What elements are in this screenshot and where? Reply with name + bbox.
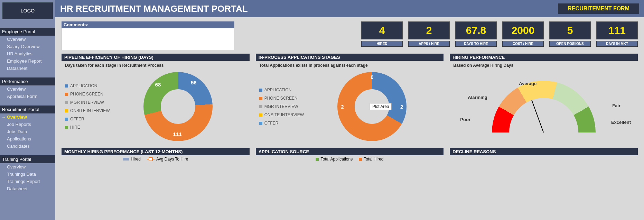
gauge-label-excellent: Excellent	[611, 120, 631, 125]
kpi-label: DAYS IN MKT	[596, 41, 638, 47]
kpi-label: APPS / HIRE	[408, 41, 450, 47]
legend-swatch	[259, 113, 262, 117]
legend-label: MGR INTERVIEW	[70, 100, 104, 105]
chart-legend: APPLICATION PHONE SCREEN MGR INTERVIEW O…	[259, 88, 304, 126]
legend-swatch	[65, 118, 68, 121]
kpi-label: COST / HIRE	[502, 41, 544, 47]
panel-header: HIRING PERFORMANCE	[450, 54, 638, 61]
legend-label: OFFER	[70, 117, 84, 121]
donut-chart[interactable]: 0 2 2 Plot Area	[304, 72, 440, 141]
kpi-value: 5	[549, 21, 591, 39]
data-label: 2	[341, 104, 344, 110]
chart-legend: Total Applications Total Hired	[256, 155, 444, 163]
kpi-value: 67.8	[455, 21, 497, 39]
recruitment-form-button[interactable]: RECURITEMENT FORM	[558, 3, 639, 14]
chart-legend: APPLICATION PHONE SCREEN MGR INTERVIEW O…	[65, 83, 110, 130]
nav-item-hr-analytics[interactable]: HR Analytics	[0, 50, 55, 57]
panel-decline: DECLINE REASONS	[450, 148, 638, 163]
legend-label: PHONE SCREEN	[70, 92, 103, 97]
page-title: HR RECRUITMENT MANAGEMENT PORTAL	[60, 3, 558, 14]
kpi-hired: 4HIRED	[361, 21, 403, 50]
panel-subtitle: Based on Average Hiring Days	[450, 61, 638, 68]
comments-box: Comments:	[62, 21, 234, 50]
nav-item-overview[interactable]: Overview	[0, 36, 55, 43]
legend-swatch	[123, 158, 129, 161]
panel-subtitle: Days taken for each stage in Recruitment…	[62, 61, 250, 68]
data-label: 68	[155, 82, 161, 88]
kpi-value: 2000	[502, 21, 544, 39]
panel-header: PIPELINE EFFICIENCY OF HIRING (DAYS)	[62, 54, 250, 61]
nav-item-job-reports[interactable]: Job Reports	[0, 121, 55, 128]
legend-swatch	[259, 97, 262, 100]
legend-swatch	[65, 126, 68, 129]
gauge-chart[interactable]: Poor Alarming Average Fair Excellent	[450, 68, 638, 145]
kpi-row: 4HIRED 2APPS / HIRE 67.8DAYS TO HIRE 200…	[241, 21, 638, 50]
kpi-days-mkt: 111DAYS IN MKT	[596, 21, 638, 50]
gauge-label-alarming: Alarming	[468, 95, 487, 100]
panel-appsource: APPLICATION SOURCE Total Applications To…	[256, 148, 444, 163]
data-label: 56	[191, 80, 197, 85]
legend-label: MGR INTERVIEW	[264, 104, 298, 109]
legend-label: HIRE	[70, 125, 80, 130]
nav-item-salary-overview[interactable]: Salary Overview	[0, 43, 55, 50]
data-label: 111	[173, 131, 182, 137]
legend-swatch	[259, 89, 262, 92]
data-label: 0	[371, 74, 373, 80]
kpi-cost-hire: 2000COST / HIRE	[502, 21, 544, 50]
panel-monthly: MONTHLY HIRING PERFORMANCE (LAST 12-MONT…	[62, 148, 250, 163]
nav-item-perf-overview[interactable]: Overview	[0, 85, 55, 93]
nav-header-performance: Performance	[0, 77, 55, 85]
kpi-days-hire: 67.8DAYS TO HIRE	[455, 21, 497, 50]
legend-swatch	[259, 122, 262, 125]
nav-item-trainings-report[interactable]: Trainings Report	[0, 178, 55, 185]
legend-label: Avg Days To Hire	[156, 157, 188, 162]
nav-item-appraisal-form[interactable]: Appraisal Form	[0, 93, 55, 100]
chart-legend: Hired Avg Days To Hire	[62, 155, 250, 163]
nav-item-applications[interactable]: Applications	[0, 135, 55, 143]
nav-item-candidates[interactable]: Candidates	[0, 143, 55, 150]
kpi-value: 4	[361, 21, 403, 39]
gauge-label-fair: Fair	[612, 103, 620, 108]
nav-item-train-overview[interactable]: Overview	[0, 163, 55, 171]
banner: HR RECRUITMENT MANAGEMENT PORTAL RECURIT…	[55, 0, 644, 17]
legend-label: OFFER	[264, 121, 279, 126]
nav-header-recruitment: Recruitment Portal	[0, 106, 55, 113]
panel-header: IN-PROCESS APPLICATIONS STAGES	[256, 54, 444, 61]
legend-line-icon	[147, 159, 155, 159]
legend-swatch	[259, 105, 262, 108]
sidebar: LOGO Employee Portal Overview Salary Ove…	[0, 0, 55, 220]
gauge-label-average: Average	[519, 81, 536, 86]
nav-item-jobs-data[interactable]: Jobs Data	[0, 128, 55, 135]
kpi-label: HIRED	[361, 41, 403, 47]
nav-item-trainings-data[interactable]: Trainings Data	[0, 171, 55, 178]
panel-inprocess: IN-PROCESS APPLICATIONS STAGES Total App…	[256, 54, 444, 145]
comments-input[interactable]	[62, 28, 234, 50]
nav-item-train-datasheet[interactable]: Datasheet	[0, 185, 55, 192]
nav-item-employee-report[interactable]: Employee Report	[0, 57, 55, 65]
nav-item-recr-overview[interactable]: Overview	[0, 113, 55, 121]
donut-chart[interactable]: 56 111 68	[110, 72, 246, 141]
legend-label: Total Hired	[364, 157, 383, 162]
legend-swatch	[359, 158, 362, 161]
legend-swatch	[316, 158, 319, 161]
comments-header: Comments:	[62, 21, 234, 28]
legend-label: ONSITE INTERVIEW	[70, 108, 110, 113]
legend-label: APPLICATION	[70, 83, 97, 88]
legend-label: ONSITE INTERVIEW	[264, 112, 304, 117]
panel-header: APPLICATION SOURCE	[256, 148, 444, 155]
panel-subtitle: Total Applications exists in process aga…	[256, 61, 444, 68]
legend-swatch	[65, 109, 68, 112]
legend-label: Total Applications	[320, 157, 353, 162]
gauge-label-poor: Poor	[460, 117, 470, 122]
kpi-label: OPEN POSIIONS	[549, 41, 591, 47]
legend-swatch	[65, 101, 68, 104]
kpi-label: DAYS TO HIRE	[455, 41, 497, 47]
kpi-value: 2	[408, 21, 450, 39]
legend-label: Hired	[131, 157, 141, 162]
kpi-value: 111	[596, 21, 638, 39]
panel-pipeline: PIPELINE EFFICIENCY OF HIRING (DAYS) Day…	[62, 54, 250, 145]
data-label: 2	[400, 104, 403, 110]
nav-header-employee-portal: Employee Portal	[0, 28, 55, 36]
nav-item-datasheet[interactable]: Datasheet	[0, 65, 55, 72]
logo: LOGO	[2, 2, 53, 19]
